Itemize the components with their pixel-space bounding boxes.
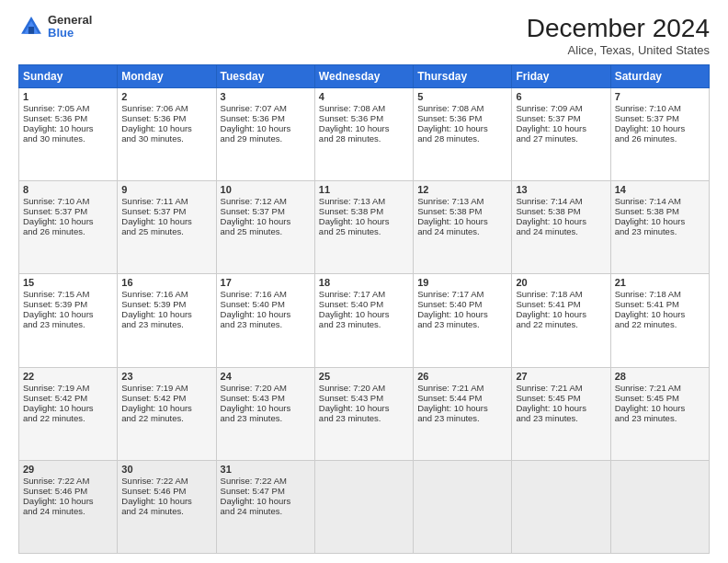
day-info: and 23 minutes. (319, 319, 409, 329)
day-info: Daylight: 10 hours (417, 123, 507, 133)
calendar-cell: 5Sunrise: 7:08 AMSunset: 5:36 PMDaylight… (414, 88, 512, 181)
day-info: and 23 minutes. (417, 319, 507, 329)
day-info: Sunrise: 7:10 AM (615, 103, 705, 113)
day-number: 10 (221, 184, 311, 195)
day-info: Sunset: 5:42 PM (23, 393, 113, 403)
day-number: 15 (23, 277, 113, 288)
calendar-cell: 26Sunrise: 7:21 AMSunset: 5:44 PMDayligh… (414, 367, 512, 460)
day-number: 5 (417, 91, 507, 102)
day-number: 2 (121, 91, 211, 102)
day-info: and 25 minutes. (221, 226, 311, 236)
day-info: Sunset: 5:46 PM (23, 486, 113, 496)
calendar-cell: 23Sunrise: 7:19 AMSunset: 5:42 PMDayligh… (118, 367, 216, 460)
day-info: Sunset: 5:40 PM (221, 299, 311, 309)
calendar-cell: 6Sunrise: 7:09 AMSunset: 5:37 PMDaylight… (512, 88, 610, 181)
day-info: Sunset: 5:41 PM (615, 299, 705, 309)
calendar-cell: 12Sunrise: 7:13 AMSunset: 5:38 PMDayligh… (414, 181, 512, 274)
day-info: Sunset: 5:38 PM (319, 206, 409, 216)
day-info: Sunset: 5:38 PM (417, 206, 507, 216)
day-info: Sunset: 5:36 PM (221, 113, 311, 123)
day-info: and 23 minutes. (221, 319, 311, 329)
day-info: Daylight: 10 hours (221, 496, 311, 506)
day-info: Daylight: 10 hours (23, 123, 113, 133)
day-info: Sunset: 5:38 PM (516, 206, 606, 216)
day-info: and 23 minutes. (221, 413, 311, 423)
calendar-cell: 10Sunrise: 7:12 AMSunset: 5:37 PMDayligh… (216, 181, 314, 274)
col-header-wednesday: Wednesday (314, 65, 413, 88)
header: General Blue December 2024 Alice, Texas,… (18, 14, 710, 57)
day-info: Daylight: 10 hours (221, 123, 311, 133)
day-info: Sunset: 5:37 PM (516, 113, 606, 123)
calendar-cell: 30Sunrise: 7:22 AMSunset: 5:46 PMDayligh… (118, 460, 216, 553)
calendar-cell: 7Sunrise: 7:10 AMSunset: 5:37 PMDaylight… (610, 88, 709, 181)
calendar-cell: 31Sunrise: 7:22 AMSunset: 5:47 PMDayligh… (216, 460, 314, 553)
day-number: 13 (516, 184, 606, 195)
day-number: 27 (516, 371, 606, 382)
day-info: Sunrise: 7:13 AM (319, 196, 409, 206)
day-info: Sunset: 5:39 PM (23, 299, 113, 309)
day-info: Daylight: 10 hours (121, 309, 211, 319)
day-info: Sunrise: 7:10 AM (23, 196, 113, 206)
day-info: Sunset: 5:42 PM (121, 393, 211, 403)
logo-icon (18, 14, 44, 40)
calendar-cell (314, 460, 413, 553)
day-number: 23 (121, 371, 211, 382)
day-info: Daylight: 10 hours (615, 403, 705, 413)
day-info: Daylight: 10 hours (615, 123, 705, 133)
day-number: 26 (417, 371, 507, 382)
day-info: Sunrise: 7:07 AM (221, 103, 311, 113)
calendar-cell: 19Sunrise: 7:17 AMSunset: 5:40 PMDayligh… (414, 274, 512, 367)
day-info: Sunrise: 7:18 AM (615, 289, 705, 299)
day-info: Sunset: 5:41 PM (516, 299, 606, 309)
day-number: 28 (615, 371, 705, 382)
calendar-cell: 22Sunrise: 7:19 AMSunset: 5:42 PMDayligh… (19, 367, 118, 460)
day-info: and 27 minutes. (516, 133, 606, 144)
col-header-sunday: Sunday (19, 65, 118, 88)
day-info: Sunset: 5:37 PM (221, 206, 311, 216)
logo: General Blue (18, 14, 92, 40)
day-info: Daylight: 10 hours (221, 309, 311, 319)
day-info: Daylight: 10 hours (417, 216, 507, 226)
day-info: Sunrise: 7:21 AM (417, 383, 507, 393)
calendar-cell: 28Sunrise: 7:21 AMSunset: 5:45 PMDayligh… (610, 367, 709, 460)
day-number: 21 (615, 277, 705, 288)
day-info: and 24 minutes. (417, 226, 507, 236)
day-number: 16 (121, 277, 211, 288)
col-header-friday: Friday (512, 65, 610, 88)
calendar-cell: 18Sunrise: 7:17 AMSunset: 5:40 PMDayligh… (314, 274, 413, 367)
day-info: Sunrise: 7:20 AM (319, 383, 409, 393)
day-info: Daylight: 10 hours (516, 403, 606, 413)
day-info: Sunrise: 7:12 AM (221, 196, 311, 206)
day-info: and 22 minutes. (615, 319, 705, 329)
day-info: Daylight: 10 hours (516, 123, 606, 133)
day-info: Sunrise: 7:22 AM (23, 476, 113, 486)
calendar-cell: 16Sunrise: 7:16 AMSunset: 5:39 PMDayligh… (118, 274, 216, 367)
day-info: and 23 minutes. (319, 413, 409, 423)
day-info: Sunrise: 7:15 AM (23, 289, 113, 299)
calendar-cell: 29Sunrise: 7:22 AMSunset: 5:46 PMDayligh… (19, 460, 118, 553)
day-number: 8 (23, 184, 113, 195)
day-info: Sunrise: 7:21 AM (516, 383, 606, 393)
day-info: Sunset: 5:43 PM (221, 393, 311, 403)
day-info: Sunrise: 7:22 AM (221, 476, 311, 486)
day-info: and 28 minutes. (319, 133, 409, 144)
day-info: Daylight: 10 hours (516, 309, 606, 319)
calendar-cell (610, 460, 709, 553)
day-info: Sunrise: 7:17 AM (417, 289, 507, 299)
calendar-cell: 4Sunrise: 7:08 AMSunset: 5:36 PMDaylight… (314, 88, 413, 181)
day-info: Sunrise: 7:06 AM (121, 103, 211, 113)
day-number: 3 (221, 91, 311, 102)
col-header-monday: Monday (118, 65, 216, 88)
calendar-cell (512, 460, 610, 553)
day-info: and 25 minutes. (319, 226, 409, 236)
calendar-cell: 14Sunrise: 7:14 AMSunset: 5:38 PMDayligh… (610, 181, 709, 274)
day-info: Sunset: 5:36 PM (319, 113, 409, 123)
day-info: Sunset: 5:36 PM (417, 113, 507, 123)
day-info: Daylight: 10 hours (121, 216, 211, 226)
day-info: Sunrise: 7:21 AM (615, 383, 705, 393)
day-info: Daylight: 10 hours (121, 123, 211, 133)
day-info: Sunrise: 7:08 AM (417, 103, 507, 113)
day-info: Daylight: 10 hours (319, 403, 409, 413)
day-number: 9 (121, 184, 211, 195)
calendar-cell: 13Sunrise: 7:14 AMSunset: 5:38 PMDayligh… (512, 181, 610, 274)
